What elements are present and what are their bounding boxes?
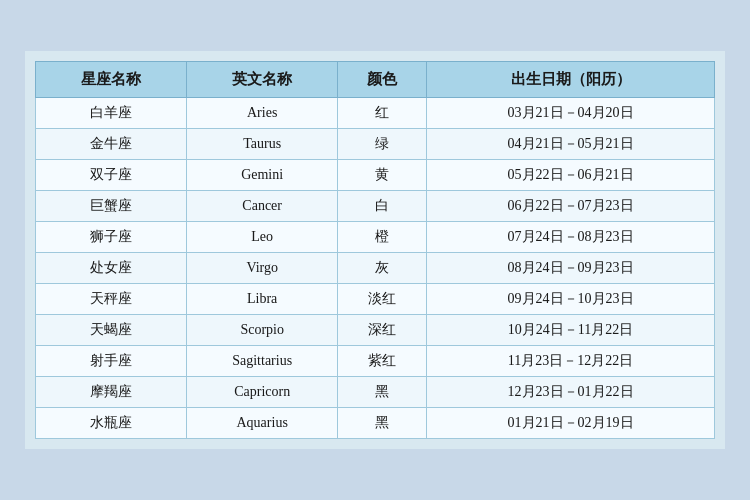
cell-english-name: Leo [187,222,338,253]
table-row: 金牛座Taurus绿04月21日－05月21日 [36,129,715,160]
cell-date: 07月24日－08月23日 [427,222,715,253]
cell-chinese-name: 金牛座 [36,129,187,160]
header-color: 颜色 [338,62,427,98]
header-english-name: 英文名称 [187,62,338,98]
cell-english-name: Aquarius [187,408,338,439]
cell-color: 红 [338,98,427,129]
cell-color: 紫红 [338,346,427,377]
cell-color: 深红 [338,315,427,346]
cell-english-name: Capricorn [187,377,338,408]
table-header-row: 星座名称 英文名称 颜色 出生日期（阳历） [36,62,715,98]
cell-english-name: Libra [187,284,338,315]
cell-english-name: Aries [187,98,338,129]
cell-chinese-name: 处女座 [36,253,187,284]
cell-chinese-name: 天蝎座 [36,315,187,346]
cell-chinese-name: 摩羯座 [36,377,187,408]
table-row: 白羊座Aries红03月21日－04月20日 [36,98,715,129]
cell-color: 橙 [338,222,427,253]
cell-date: 08月24日－09月23日 [427,253,715,284]
header-chinese-name: 星座名称 [36,62,187,98]
cell-chinese-name: 天秤座 [36,284,187,315]
cell-date: 12月23日－01月22日 [427,377,715,408]
cell-color: 淡红 [338,284,427,315]
table-container: 星座名称 英文名称 颜色 出生日期（阳历） 白羊座Aries红03月21日－04… [25,51,725,449]
table-row: 水瓶座Aquarius黑01月21日－02月19日 [36,408,715,439]
table-row: 天蝎座Scorpio深红10月24日－11月22日 [36,315,715,346]
cell-color: 黄 [338,160,427,191]
cell-color: 灰 [338,253,427,284]
table-row: 处女座Virgo灰08月24日－09月23日 [36,253,715,284]
cell-color: 黑 [338,377,427,408]
cell-english-name: Taurus [187,129,338,160]
cell-chinese-name: 双子座 [36,160,187,191]
cell-english-name: Virgo [187,253,338,284]
cell-color: 绿 [338,129,427,160]
table-row: 摩羯座Capricorn黑12月23日－01月22日 [36,377,715,408]
table-row: 射手座Sagittarius紫红11月23日－12月22日 [36,346,715,377]
cell-english-name: Gemini [187,160,338,191]
cell-date: 10月24日－11月22日 [427,315,715,346]
table-row: 狮子座Leo橙07月24日－08月23日 [36,222,715,253]
cell-english-name: Scorpio [187,315,338,346]
cell-date: 03月21日－04月20日 [427,98,715,129]
cell-chinese-name: 白羊座 [36,98,187,129]
cell-chinese-name: 水瓶座 [36,408,187,439]
cell-english-name: Sagittarius [187,346,338,377]
table-row: 双子座Gemini黄05月22日－06月21日 [36,160,715,191]
cell-date: 01月21日－02月19日 [427,408,715,439]
cell-date: 05月22日－06月21日 [427,160,715,191]
cell-chinese-name: 巨蟹座 [36,191,187,222]
cell-color: 白 [338,191,427,222]
cell-chinese-name: 射手座 [36,346,187,377]
cell-date: 11月23日－12月22日 [427,346,715,377]
cell-date: 06月22日－07月23日 [427,191,715,222]
cell-date: 09月24日－10月23日 [427,284,715,315]
cell-english-name: Cancer [187,191,338,222]
cell-date: 04月21日－05月21日 [427,129,715,160]
zodiac-table: 星座名称 英文名称 颜色 出生日期（阳历） 白羊座Aries红03月21日－04… [35,61,715,439]
table-row: 天秤座Libra淡红09月24日－10月23日 [36,284,715,315]
cell-color: 黑 [338,408,427,439]
cell-chinese-name: 狮子座 [36,222,187,253]
table-row: 巨蟹座Cancer白06月22日－07月23日 [36,191,715,222]
header-date: 出生日期（阳历） [427,62,715,98]
